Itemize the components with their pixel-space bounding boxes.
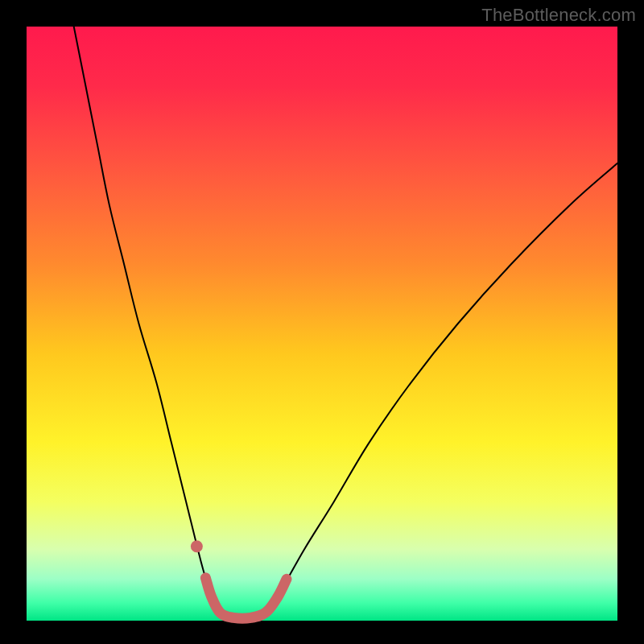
watermark-text: TheBottleneck.com: [481, 5, 636, 26]
bottleneck-chart: [0, 0, 644, 644]
plot-background: [27, 27, 617, 621]
dot-marker: [191, 540, 203, 552]
chart-frame: TheBottleneck.com: [0, 0, 644, 644]
